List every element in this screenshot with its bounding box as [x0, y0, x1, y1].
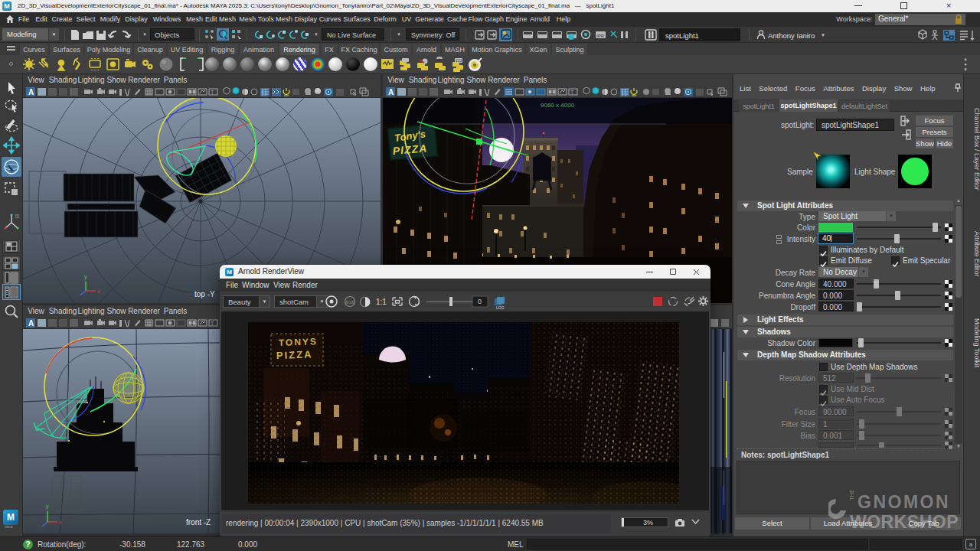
svg-text:RGB: RGB: [346, 300, 355, 305]
svg-text:T: T: [570, 90, 574, 95]
svg-text:PIZZA: PIZZA: [276, 348, 313, 361]
svg-text:TONYS: TONYS: [279, 336, 318, 348]
svg-text:0: 0: [478, 298, 482, 305]
svg-text:y: y: [84, 274, 87, 280]
svg-text:T: T: [211, 321, 214, 326]
svg-text:9060 x 4000: 9060 x 4000: [541, 102, 575, 109]
svg-text:123: 123: [456, 58, 462, 63]
svg-text:T: T: [211, 90, 214, 95]
svg-text:A: A: [388, 88, 394, 96]
svg-text:y: y: [46, 504, 49, 510]
svg-text:x: x: [59, 520, 62, 525]
svg-text:IPR: IPR: [596, 34, 605, 38]
svg-text:A: A: [28, 88, 34, 96]
svg-text:x: x: [97, 289, 100, 294]
svg-text:1:1: 1:1: [376, 298, 387, 306]
svg-text:LOG: LOG: [496, 305, 505, 310]
svg-text:A: A: [28, 319, 34, 328]
